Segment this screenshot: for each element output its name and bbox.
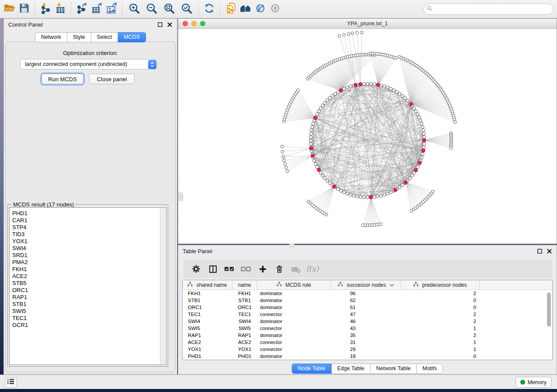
table-cell-predecessor-nodes[interactable]: 1: [401, 340, 480, 345]
table-cell-successor-nodes[interactable]: 43: [331, 326, 401, 331]
column-header-shared-name[interactable]: shared name: [183, 280, 232, 289]
column-header-predecessor-nodes[interactable]: predecessor nodes: [401, 280, 480, 289]
share-document-button[interactable]: [223, 2, 238, 17]
table-cell-shared-name[interactable]: SWI5: [183, 326, 232, 331]
open-session-button[interactable]: [2, 2, 17, 17]
tab-select[interactable]: Select: [91, 32, 118, 42]
mcds-result-item[interactable]: GCR1: [12, 322, 166, 329]
close-panel-icon[interactable]: [167, 22, 173, 28]
table-cell-successor-nodes[interactable]: 18: [331, 354, 401, 359]
tab-mcds[interactable]: MCDS: [118, 32, 146, 42]
close-panel-icon[interactable]: [547, 248, 552, 254]
export-network-button[interactable]: [74, 2, 89, 17]
optimization-criterion-select[interactable]: largest connected component (undirected): [20, 59, 157, 69]
table-cell-shared-name[interactable]: YOX1: [183, 347, 232, 352]
import-table-button[interactable]: [53, 2, 68, 17]
table-cell-name[interactable]: SWI4: [232, 319, 257, 324]
table-scrollbar-thumb[interactable]: [547, 292, 551, 327]
table-cell-mcds-role[interactable]: dominator: [257, 291, 331, 296]
column-header-successor-nodes[interactable]: successor nodes: [331, 280, 401, 289]
float-panel-icon[interactable]: [537, 248, 543, 254]
column-layout-icon[interactable]: [204, 261, 221, 277]
mcds-result-item[interactable]: STB5: [12, 280, 166, 287]
column-header-name[interactable]: name: [232, 280, 257, 289]
search-input[interactable]: [435, 6, 553, 13]
table-row[interactable]: ACE2ACE2connector311: [183, 339, 552, 346]
table-cell-mcds-role[interactable]: connector: [257, 312, 331, 317]
table-cell-successor-nodes[interactable]: 96: [331, 291, 401, 296]
mcds-result-item[interactable]: ACE2: [12, 273, 166, 280]
table-tab-motifs[interactable]: Motifs: [417, 364, 443, 374]
table-tab-network-table[interactable]: Network Table: [370, 364, 417, 374]
table-cell-name[interactable]: YOX1: [232, 347, 257, 352]
table-cell-shared-name[interactable]: SWI4: [183, 319, 232, 324]
mcds-list-scrollbar[interactable]: [160, 208, 166, 364]
table-cell-shared-name[interactable]: STB1: [183, 298, 232, 303]
zoom-in-button[interactable]: [125, 2, 143, 17]
import-network-button[interactable]: [38, 2, 53, 17]
save-session-button[interactable]: [17, 2, 31, 17]
table-cell-mcds-role[interactable]: dominator: [257, 354, 331, 359]
deselect-all-checkboxes-icon[interactable]: [238, 261, 254, 277]
table-cell-successor-nodes[interactable]: 35: [331, 333, 401, 338]
column-header-mcds-role[interactable]: MCDS role: [257, 280, 331, 289]
memory-button[interactable]: Memory: [515, 377, 551, 388]
mcds-result-item[interactable]: SWI5: [12, 308, 166, 315]
network-canvas[interactable]: [178, 29, 557, 244]
table-cell-shared-name[interactable]: FKH1: [183, 291, 232, 296]
table-row[interactable]: YOX1YOX1connector291: [183, 346, 552, 353]
zoom-window-button[interactable]: [200, 21, 205, 26]
close-window-button[interactable]: [183, 21, 188, 26]
mcds-result-item[interactable]: RAP1: [12, 294, 166, 301]
show-graphics-details-button[interactable]: [268, 2, 283, 17]
table-cell-successor-nodes[interactable]: 46: [331, 319, 401, 324]
table-cell-predecessor-nodes[interactable]: 1: [401, 347, 480, 352]
mcds-result-item[interactable]: SWI4: [12, 245, 166, 252]
show-panels-button[interactable]: [5, 377, 17, 388]
mcds-result-item[interactable]: YOX1: [12, 238, 166, 245]
table-cell-mcds-role[interactable]: dominator: [257, 298, 331, 303]
tab-style[interactable]: Style: [67, 32, 91, 42]
table-cell-predecessor-nodes[interactable]: 2: [401, 291, 480, 296]
table-row[interactable]: TEC1TEC1connector472: [183, 311, 552, 318]
table-row[interactable]: SWI5SWI5connector431: [183, 325, 552, 332]
delete-column-icon[interactable]: [271, 261, 287, 277]
network-window-titlebar[interactable]: YPA_prune.txt_1: [178, 19, 557, 29]
table-cell-name[interactable]: PHD1: [232, 354, 257, 359]
table-cell-shared-name[interactable]: TEC1: [183, 312, 232, 317]
table-row[interactable]: SWI4SWI4dominator462: [183, 318, 552, 325]
table-cell-name[interactable]: SWI5: [232, 326, 257, 331]
table-cell-name[interactable]: RAP1: [232, 333, 257, 338]
table-cell-predecessor-nodes[interactable]: 0: [401, 305, 480, 310]
table-scrollbar[interactable]: [547, 292, 551, 358]
zoom-fit-button[interactable]: [160, 2, 178, 17]
mcds-result-item[interactable]: STB1: [12, 301, 166, 308]
table-cell-mcds-role[interactable]: connector: [257, 326, 331, 331]
mcds-result-item[interactable]: TEC1: [12, 315, 166, 322]
run-mcds-button[interactable]: Run MCDS: [42, 74, 83, 84]
mcds-result-item[interactable]: SRD1: [12, 252, 166, 259]
table-cell-successor-nodes[interactable]: 47: [331, 312, 401, 317]
vertical-splitter-handle[interactable]: [179, 193, 183, 201]
table-cell-name[interactable]: FKH1: [232, 291, 257, 296]
homes-button[interactable]: [238, 2, 253, 17]
table-cell-shared-name[interactable]: ACE2: [183, 340, 232, 345]
add-column-icon[interactable]: [254, 261, 271, 277]
tab-network[interactable]: Network: [35, 32, 67, 42]
table-cell-successor-nodes[interactable]: 62: [331, 298, 401, 303]
table-cell-mcds-role[interactable]: dominator: [257, 319, 331, 324]
hide-graphics-details-button[interactable]: [253, 2, 268, 17]
table-cell-shared-name[interactable]: PHD1: [183, 354, 232, 359]
table-cell-predecessor-nodes[interactable]: 2: [401, 333, 480, 338]
export-image-button[interactable]: [104, 2, 119, 17]
table-cell-name[interactable]: ACE2: [232, 340, 257, 345]
mcds-result-item[interactable]: PHD1: [12, 210, 166, 217]
table-cell-predecessor-nodes[interactable]: 2: [401, 319, 480, 324]
table-row[interactable]: ORC1ORC1dominator610: [183, 304, 552, 311]
mcds-result-list[interactable]: PHD1CAR1STP4TID3YOX1SWI4SRD1PMA2FKH1ACE2…: [9, 207, 166, 365]
table-cell-predecessor-nodes[interactable]: 1: [401, 326, 480, 331]
table-row[interactable]: STB1STB1dominator620: [183, 297, 552, 304]
table-cell-successor-nodes[interactable]: 29: [331, 347, 401, 352]
table-cell-shared-name[interactable]: RAP1: [183, 333, 232, 338]
table-cell-successor-nodes[interactable]: 31: [331, 340, 401, 345]
